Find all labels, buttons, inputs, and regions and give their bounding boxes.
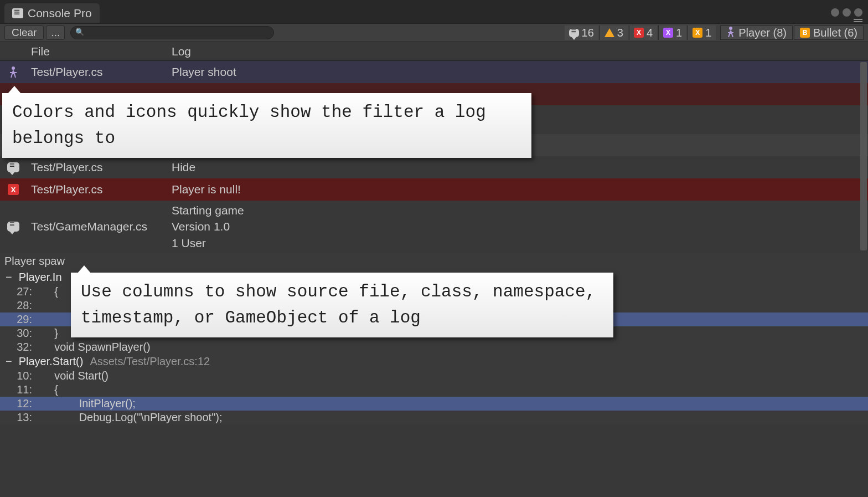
log-row[interactable]: Test/GameManager.csStarting game Version… <box>0 201 868 253</box>
filter-warn[interactable]: 3 <box>600 25 628 40</box>
log-message: Hide <box>169 159 868 175</box>
log-message: Starting game Version 1.0 1 User <box>169 202 868 251</box>
svg-point-0 <box>729 27 732 30</box>
line-number: 13: <box>9 411 42 424</box>
code-text: Debug.Log("\nPlayer shoot"); <box>42 411 222 424</box>
info-icon <box>569 29 579 37</box>
code-text: void SpawnPlayer() <box>42 341 151 353</box>
filter-player[interactable]: Player (8) <box>720 25 793 40</box>
scrollbar-thumb[interactable] <box>860 62 867 250</box>
log-file: Test/Player.cs <box>27 161 169 174</box>
code-text: void Start() <box>42 370 108 382</box>
line-number: 30: <box>9 327 42 340</box>
line-number: 32: <box>9 341 42 353</box>
code-line[interactable]: 13: Debug.Log("\nPlayer shoot"); <box>0 411 868 424</box>
tab-title: Console Pro <box>28 7 92 20</box>
exception2-icon <box>693 28 702 38</box>
error-icon: X <box>8 184 19 195</box>
window-button-1[interactable] <box>831 8 839 17</box>
log-row[interactable]: XTest/Player.csPlayer is null! <box>0 178 868 201</box>
line-number: 10: <box>9 370 42 382</box>
column-file[interactable]: File <box>27 45 169 58</box>
stack-header[interactable]: −Player.Start()Assets/Test/Player.cs:12 <box>0 354 868 369</box>
titlebar: Console Pro <box>0 0 868 23</box>
callout-arrow-icon <box>8 86 21 94</box>
code-line[interactable]: 10: void Start() <box>0 369 868 383</box>
stack-function: Player.Start() <box>19 355 84 368</box>
line-number: 12: <box>9 397 42 410</box>
window-button-3[interactable] <box>854 8 862 17</box>
code-line[interactable]: 12: InitPlayer(); <box>0 397 868 411</box>
collapse-icon[interactable]: − <box>6 271 12 284</box>
filter-error[interactable]: 4 <box>629 25 657 40</box>
log-row[interactable]: Test/Player.csPlayer shoot <box>0 61 868 83</box>
code-text: { <box>42 285 58 298</box>
column-log[interactable]: Log <box>169 45 868 58</box>
log-file: Test/Player.cs <box>27 65 169 79</box>
tab-console-pro[interactable]: Console Pro <box>4 3 100 23</box>
filter-bullet[interactable]: Bullet (6) <box>794 25 864 40</box>
exception-icon <box>663 28 673 38</box>
panel-menu-icon[interactable] <box>854 19 862 23</box>
callout-arrow-icon <box>78 265 91 273</box>
line-number: 11: <box>9 383 42 396</box>
filter-exception[interactable]: 1 <box>658 25 686 40</box>
callout-tooltip-2: Use columns to show source file, class, … <box>71 273 613 337</box>
code-line[interactable]: 32: void SpawnPlayer() <box>0 340 868 354</box>
toolbar: Clear ... 16 3 4 1 1 Player (8) <box>0 23 868 42</box>
menu-button[interactable]: ... <box>46 25 65 40</box>
filter-bar: 16 3 4 1 1 Player (8) Bullet (6) <box>565 25 864 40</box>
stack-function: Player.In <box>19 271 62 284</box>
speech-icon <box>7 162 19 172</box>
player-icon <box>9 66 18 78</box>
clear-button[interactable]: Clear <box>4 25 44 40</box>
log-file: Test/GameManager.cs <box>27 220 169 233</box>
filter-exception2[interactable]: 1 <box>688 25 716 40</box>
code-text: InitPlayer(); <box>42 397 136 410</box>
log-row[interactable]: Test/Player.csHide <box>0 156 868 178</box>
bullet-icon <box>800 28 810 38</box>
warn-icon <box>604 28 614 37</box>
svg-point-1 <box>12 66 15 70</box>
detail-title: Player spaw <box>0 253 868 270</box>
callout-tooltip-1: Colors and icons quickly show the filter… <box>2 93 531 158</box>
speech-icon <box>7 222 19 232</box>
console-icon <box>12 8 23 18</box>
line-number: 29: <box>9 313 42 326</box>
window-buttons <box>831 8 862 17</box>
scrollbar[interactable] <box>860 62 867 250</box>
window-button-2[interactable] <box>843 8 851 17</box>
player-icon <box>726 26 735 40</box>
line-number: 27: <box>9 285 42 298</box>
stack-frame: −Player.Start()Assets/Test/Player.cs:121… <box>0 354 868 424</box>
code-text: } <box>42 327 58 340</box>
columns-header: File Log <box>0 42 868 61</box>
search-input[interactable] <box>70 26 274 39</box>
log-message: Player shoot <box>169 64 868 80</box>
code-text: { <box>42 383 58 396</box>
filter-info[interactable]: 16 <box>565 25 598 40</box>
line-number: 28: <box>9 299 42 312</box>
error-icon <box>634 28 644 38</box>
log-message: Player is null! <box>169 181 868 197</box>
collapse-icon[interactable]: − <box>6 355 12 368</box>
stack-path: Assets/Test/Player.cs:12 <box>90 355 210 368</box>
log-file: Test/Player.cs <box>27 183 169 196</box>
code-line[interactable]: 11: { <box>0 383 868 397</box>
